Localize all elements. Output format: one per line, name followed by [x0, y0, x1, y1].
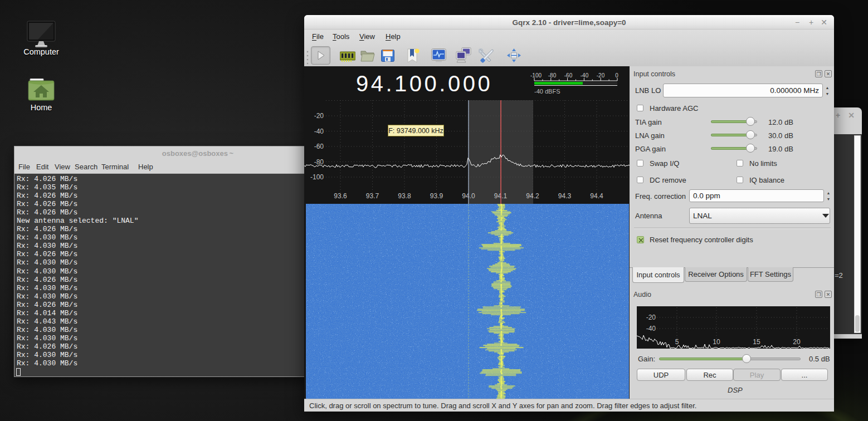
svg-text:-20: -20: [314, 112, 324, 120]
svg-text:93.7: 93.7: [366, 192, 379, 200]
svg-text:-20: -20: [646, 314, 656, 321]
svg-text:-80: -80: [314, 158, 324, 166]
svg-text:-40: -40: [314, 128, 324, 135]
svg-text:10: 10: [713, 338, 720, 346]
svg-text:-60: -60: [314, 143, 324, 150]
svg-text:93.8: 93.8: [398, 192, 411, 200]
svg-text:93.6: 93.6: [334, 192, 347, 200]
svg-text:-100: -100: [310, 173, 324, 181]
svg-text:15: 15: [753, 338, 760, 346]
svg-text:-40: -40: [646, 325, 656, 332]
svg-text:94.3: 94.3: [558, 192, 572, 200]
svg-text:94.4: 94.4: [590, 192, 603, 200]
svg-text:5: 5: [675, 338, 679, 346]
svg-text:93.9: 93.9: [430, 192, 443, 200]
svg-text:20: 20: [793, 338, 801, 346]
svg-text:94.2: 94.2: [526, 192, 539, 200]
